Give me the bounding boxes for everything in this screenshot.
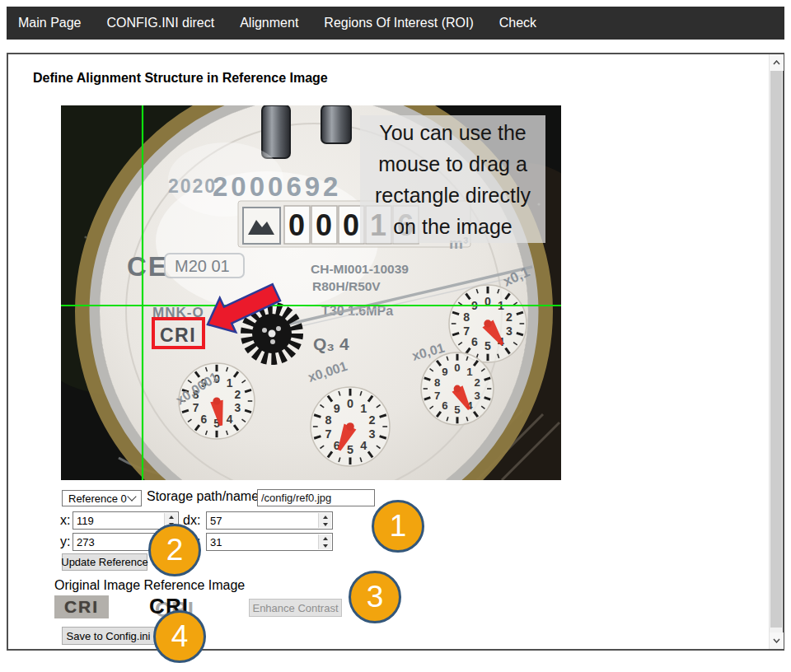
svg-text:8: 8 — [325, 413, 332, 427]
svg-text:2: 2 — [235, 389, 241, 401]
alignment-marker-text: CRI — [160, 324, 196, 346]
dy-spinner[interactable] — [318, 534, 331, 549]
svg-text:0: 0 — [347, 397, 353, 410]
svg-text:5: 5 — [347, 443, 353, 456]
nav-check[interactable]: Check — [499, 16, 536, 30]
svg-text:5: 5 — [454, 404, 460, 416]
nav-config-ini[interactable]: CONFIG.INI direct — [107, 16, 215, 30]
storage-path-input[interactable] — [257, 489, 375, 506]
svg-text:3: 3 — [368, 427, 375, 441]
nav-main-page[interactable]: Main Page — [18, 16, 82, 30]
enhance-contrast-button[interactable]: Enhance Contrast — [249, 599, 342, 617]
svg-text:CE: CE — [127, 251, 168, 282]
svg-text:0: 0 — [316, 208, 332, 242]
svg-text:7: 7 — [193, 402, 199, 414]
original-image-label: Original Image — [54, 578, 140, 592]
svg-text:7: 7 — [325, 427, 332, 441]
drag-hint-overlay: You can use the mouse to drag a rectangl… — [360, 115, 545, 243]
original-image-thumb: CRI — [54, 595, 109, 618]
svg-text:1: 1 — [227, 377, 233, 390]
nav-roi[interactable]: Regions Of Interest (ROI) — [324, 16, 473, 30]
dial-x0-001: 0123456789 — [311, 387, 390, 466]
dial-x0-1: 0123456789 — [449, 285, 527, 362]
svg-text:4: 4 — [227, 413, 233, 426]
svg-text:Q₃ 4: Q₃ 4 — [313, 334, 349, 353]
svg-text:6: 6 — [471, 335, 478, 348]
reference-image-label: Reference Image — [144, 578, 246, 592]
svg-text:3: 3 — [506, 324, 513, 338]
reference-image-canvas[interactable]: 2020 2000692 0 0 0 1 6 m³ — [61, 105, 561, 480]
dial-x0-01: 0123456789 — [421, 352, 494, 425]
scroll-up-button[interactable] — [770, 54, 784, 71]
svg-text:6: 6 — [200, 413, 207, 426]
svg-text:2: 2 — [368, 413, 375, 427]
dx-input[interactable] — [206, 511, 333, 530]
y-label: y: — [60, 534, 70, 549]
svg-text:3: 3 — [235, 402, 241, 414]
step-badge-2: 2 — [148, 524, 201, 576]
storage-path-label: Storage path/name: — [147, 489, 263, 504]
reference-select[interactable]: Reference 0 — [62, 490, 142, 506]
save-to-config-button[interactable]: Save to Config.ini — [62, 627, 155, 645]
chevron-down-icon — [127, 492, 136, 501]
svg-text:8: 8 — [463, 310, 470, 324]
svg-text:M20 01: M20 01 — [175, 257, 230, 275]
x-label: x: — [60, 513, 70, 528]
svg-text:R80H/R50V: R80H/R50V — [312, 279, 381, 293]
scrollbar[interactable] — [769, 54, 783, 649]
meter-serial-prefix: 2020 — [168, 175, 217, 197]
thumbs-caption: Original Image Reference Image — [54, 578, 245, 593]
svg-text:9: 9 — [334, 402, 340, 415]
content-frame: Define Alignment Structure in Reference … — [7, 53, 784, 651]
svg-text:1: 1 — [466, 366, 472, 378]
svg-text:2: 2 — [475, 376, 480, 389]
svg-text:4: 4 — [360, 439, 367, 452]
meter-serial: 2000692 — [213, 171, 341, 202]
dy-input[interactable] — [206, 533, 333, 551]
dx-spinner[interactable] — [318, 513, 331, 528]
svg-text:8: 8 — [434, 376, 440, 389]
svg-text:6: 6 — [442, 399, 447, 412]
svg-text:0: 0 — [288, 208, 305, 242]
scroll-down-button[interactable] — [770, 632, 784, 649]
svg-text:5: 5 — [484, 339, 491, 352]
step-badge-4: 4 — [153, 610, 206, 663]
svg-text:0: 0 — [454, 362, 460, 374]
svg-text:7: 7 — [463, 324, 470, 338]
svg-text:9: 9 — [442, 366, 447, 378]
svg-text:1: 1 — [360, 402, 367, 415]
svg-text:2: 2 — [506, 310, 513, 324]
step-badge-1: 1 — [372, 500, 424, 553]
top-nav: Main Page CONFIG.INI direct Alignment Re… — [7, 7, 784, 40]
update-reference-button[interactable]: Update Reference — [62, 553, 147, 571]
nav-alignment[interactable]: Alignment — [240, 16, 298, 30]
svg-text:0: 0 — [343, 208, 359, 242]
svg-text:CH-MI001-10039: CH-MI001-10039 — [311, 262, 409, 276]
page-title: Define Alignment Structure in Reference … — [33, 71, 328, 86]
svg-text:3: 3 — [475, 390, 480, 402]
step-badge-3: 3 — [349, 571, 401, 623]
svg-text:7: 7 — [434, 390, 440, 402]
scrollbar-thumb[interactable] — [770, 71, 782, 628]
